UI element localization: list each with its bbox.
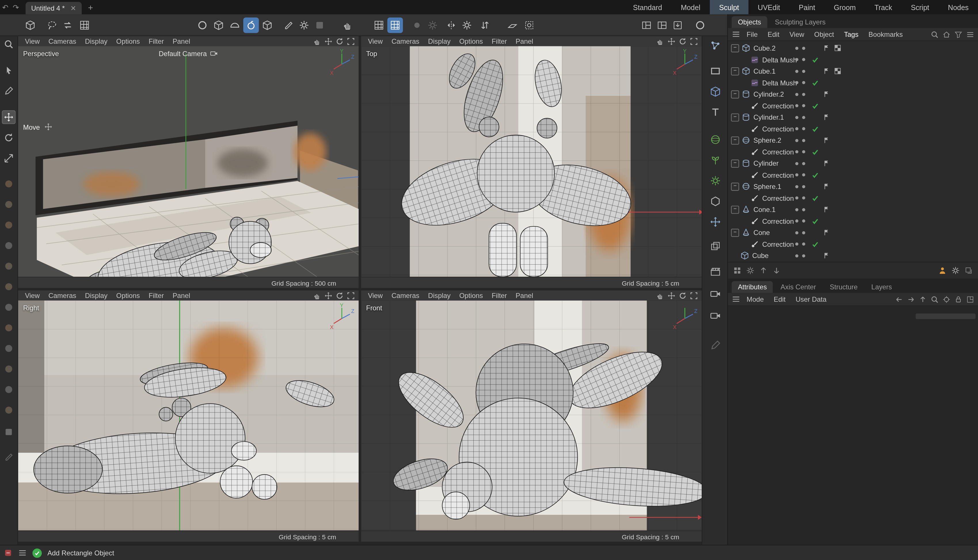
enabled-check-icon[interactable]	[811, 195, 819, 202]
layout-tab-script[interactable]: Script	[901, 0, 939, 14]
viewport-rotate-icon[interactable]	[679, 292, 687, 299]
brush-smooth-icon[interactable]	[2, 198, 16, 212]
clapper-icon[interactable]	[707, 264, 723, 280]
object-row-sphere-1[interactable]: −Sphere.1	[728, 181, 978, 192]
viewport-menu-panel[interactable]: Panel	[168, 37, 195, 45]
layout-tab-model[interactable]: Model	[672, 0, 710, 14]
perspective-canvas[interactable]: Perspective Default Camera Move	[18, 46, 359, 277]
save-icon[interactable]	[670, 17, 685, 33]
tab-sculpting-layers[interactable]: Sculpting Layers	[769, 16, 832, 28]
layout-tab-nodes[interactable]: Nodes	[939, 0, 978, 14]
viewport-menu-cameras[interactable]: Cameras	[387, 37, 424, 45]
visibility-dots[interactable]	[795, 243, 805, 246]
exchange-icon[interactable]	[60, 17, 75, 33]
back-icon[interactable]	[895, 295, 903, 303]
hexagon-icon[interactable]	[707, 193, 723, 209]
layout-save-icon[interactable]	[654, 17, 670, 33]
viewport-menu-display[interactable]: Display	[80, 292, 112, 299]
visibility-dots[interactable]	[795, 231, 805, 234]
grid-snap-icon[interactable]	[388, 17, 403, 33]
pose-joints-icon[interactable]	[707, 37, 723, 53]
search-icon[interactable]	[931, 30, 939, 38]
status-badge-icon[interactable]	[4, 548, 12, 557]
brush-flatten-icon[interactable]	[2, 280, 16, 294]
brush-knife-icon[interactable]	[2, 239, 16, 253]
object-row-correction[interactable]: Correction	[728, 169, 978, 181]
right-canvas[interactable]: Right Y Z X	[18, 300, 359, 531]
expand-toggle[interactable]: −	[731, 229, 739, 237]
viewport-pan-icon[interactable]	[313, 292, 321, 299]
object-row-cylinder-2[interactable]: −Cylinder.2	[728, 88, 978, 100]
layout-tab-standard[interactable]: Standard	[624, 0, 672, 14]
attributes-scroll-strip[interactable]	[916, 313, 975, 319]
viewport-menu-filter[interactable]: Filter	[144, 37, 168, 45]
detach-icon[interactable]	[966, 295, 974, 303]
scale-icon[interactable]	[2, 152, 16, 165]
gear-icon[interactable]	[459, 17, 475, 33]
viewport-rotate-icon[interactable]	[336, 37, 344, 45]
viewport-maximize-icon[interactable]	[690, 292, 698, 299]
brush-fill-icon[interactable]	[2, 383, 16, 397]
viewport-menu-view[interactable]: View	[363, 37, 387, 45]
visibility-dots[interactable]	[795, 139, 805, 142]
expand-toggle[interactable]: −	[731, 136, 739, 144]
brush-pull-icon[interactable]	[2, 177, 16, 191]
brush-wax-icon[interactable]	[2, 218, 16, 232]
viewport-pan-icon[interactable]	[656, 37, 664, 45]
visibility-dots[interactable]	[795, 58, 805, 61]
viewport-menu-cameras[interactable]: Cameras	[387, 292, 424, 299]
viewport-menu-options[interactable]: Options	[112, 37, 144, 45]
knife-icon[interactable]	[281, 17, 296, 33]
forward-icon[interactable]	[907, 295, 915, 303]
menu-icon[interactable]	[966, 30, 974, 38]
new-tab-plus-icon[interactable]: +	[88, 2, 93, 12]
zoom-icon[interactable]	[2, 37, 16, 51]
target-icon[interactable]	[942, 295, 950, 303]
tab-objects[interactable]: Objects	[732, 16, 767, 28]
attr-menu-user-data[interactable]: User Data	[791, 295, 831, 303]
cage-icon[interactable]	[522, 17, 537, 33]
om-menu-file[interactable]: File	[742, 30, 763, 38]
undo-icon[interactable]: ↶	[0, 3, 11, 12]
object-row-cube-2[interactable]: −Cube.2	[728, 42, 978, 54]
dome-icon[interactable]	[227, 17, 242, 33]
visibility-dots[interactable]	[795, 150, 805, 153]
viewport-rotate-icon[interactable]	[336, 292, 344, 299]
viewport-rotate-icon[interactable]	[679, 37, 687, 45]
tab-axis-center[interactable]: Axis Center	[774, 281, 822, 293]
object-row-cube-1[interactable]: −Cube.1	[728, 66, 978, 77]
visibility-dots[interactable]	[795, 197, 805, 200]
viewport-menu-view[interactable]: View	[21, 292, 44, 299]
viewport-menu-panel[interactable]: Panel	[168, 292, 195, 299]
enabled-check-icon[interactable]	[811, 79, 819, 87]
flag-tag-icon[interactable]	[823, 113, 830, 121]
expand-toggle[interactable]: −	[731, 182, 739, 190]
cube-add-icon[interactable]	[260, 17, 275, 33]
hand-gear-icon[interactable]	[340, 17, 356, 33]
mask-square-icon[interactable]	[2, 425, 16, 439]
expand-toggle[interactable]: −	[731, 90, 739, 98]
visibility-dots[interactable]	[795, 81, 805, 84]
layers-icon[interactable]	[964, 266, 973, 275]
visibility-dots[interactable]	[795, 127, 805, 131]
viewport-pan-icon[interactable]	[313, 37, 321, 45]
pencil-icon[interactable]	[707, 337, 723, 353]
home-icon[interactable]	[942, 30, 950, 38]
cube-solid-icon[interactable]	[707, 83, 723, 100]
cursor-icon[interactable]	[2, 63, 16, 77]
object-row-cylinder-1[interactable]: −Cylinder.1	[728, 112, 978, 123]
axis-gizmo[interactable]: Y Z X	[328, 303, 356, 332]
brush-mask-icon[interactable]	[2, 362, 16, 376]
brush-grab-icon[interactable]	[2, 321, 16, 335]
sculpt-brush-icon[interactable]	[243, 17, 259, 33]
layout-tab-uvedit[interactable]: UVEdit	[748, 0, 789, 14]
viewport-zoom-icon[interactable]	[667, 37, 675, 45]
attr-menu-mode[interactable]: Mode	[742, 295, 769, 303]
object-row-cone-1[interactable]: −Cone.1	[728, 204, 978, 215]
grid-box-icon[interactable]	[77, 17, 92, 33]
object-row-cylinder[interactable]: −Cylinder	[728, 158, 978, 169]
viewport-zoom-icon[interactable]	[324, 292, 333, 299]
viewport-menu-display[interactable]: Display	[424, 292, 455, 299]
arrow-up-icon[interactable]	[759, 266, 767, 275]
layout-tab-paint[interactable]: Paint	[789, 0, 824, 14]
